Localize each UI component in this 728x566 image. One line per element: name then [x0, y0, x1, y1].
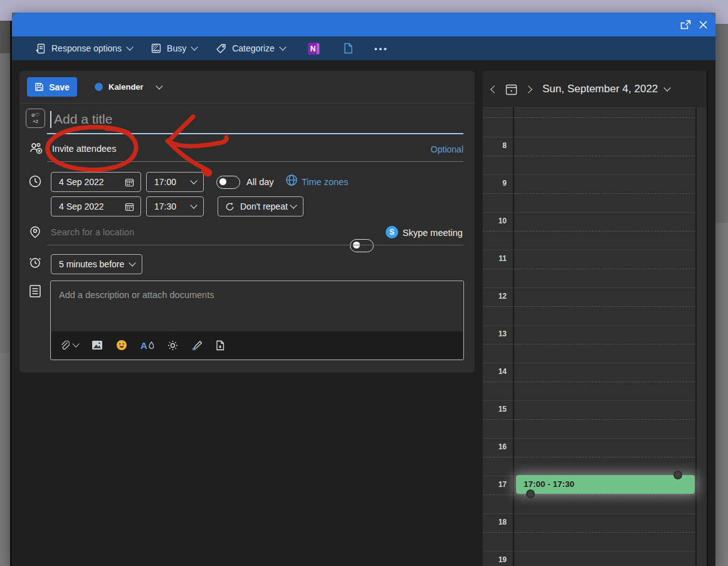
start-time-field[interactable]: 17:00: [146, 172, 204, 192]
hour-row-11[interactable]: 11: [483, 250, 697, 287]
start-date-field[interactable]: 4 Sep 2022: [51, 172, 141, 192]
chevron-down-icon: [290, 201, 297, 208]
date-picker-title[interactable]: Sun, September 4, 2022: [542, 83, 670, 95]
hour-label: 19: [483, 555, 507, 564]
brightness-button[interactable]: [167, 340, 178, 351]
poll-document-button[interactable]: [344, 43, 353, 54]
toggle-knob: [219, 178, 226, 185]
chevron-down-icon: [191, 43, 198, 50]
go-to-date-icon[interactable]: [505, 83, 518, 96]
font-color-button[interactable]: A: [140, 340, 154, 351]
half-hour-line: [483, 231, 697, 232]
datepicker-icon[interactable]: [125, 178, 134, 187]
paperclip-icon: [60, 339, 70, 351]
end-date-field[interactable]: 4 Sep 2022: [51, 196, 141, 216]
sun-icon: [167, 340, 178, 351]
event-time-label: 17:00 - 17:30: [516, 475, 695, 494]
day-view-panel: Sun, September 4, 2022 8 9 10 11 12 13 1…: [483, 71, 715, 566]
next-day-icon[interactable]: [524, 85, 532, 93]
hour-label: 8: [483, 141, 507, 150]
event-resize-handle-bottom[interactable]: [526, 489, 535, 498]
divider: [19, 103, 475, 104]
response-options-label: Response options: [51, 43, 122, 53]
hour-label: 15: [483, 405, 507, 414]
emoji-button[interactable]: [116, 339, 127, 351]
pen-button[interactable]: [191, 340, 203, 350]
hour-label: 10: [483, 216, 507, 225]
charm-glyphs: ⊘♡: [26, 113, 45, 118]
calendar-picker[interactable]: Kalender: [95, 77, 162, 97]
pen-icon: [191, 340, 203, 350]
hour-row-10[interactable]: 10: [483, 212, 697, 250]
categorize-label: Categorize: [232, 43, 275, 53]
background-right: [715, 24, 728, 566]
end-time-field[interactable]: 17:30: [146, 196, 204, 216]
hour-label: 11: [483, 254, 507, 263]
hour-row-14[interactable]: 14: [483, 363, 697, 400]
time-zones-link[interactable]: Time zones: [302, 177, 348, 187]
more-options-button[interactable]: •••: [374, 44, 389, 53]
half-hour-line: [483, 457, 697, 457]
charm-glyphs: +2: [26, 119, 45, 124]
repeat-field[interactable]: Don't repeat: [218, 196, 303, 216]
invite-attendees-input[interactable]: [52, 140, 315, 158]
all-day-toggle[interactable]: [216, 176, 240, 189]
event-resize-handle-top[interactable]: [673, 471, 682, 479]
background-top: [0, 0, 728, 13]
attach-file-button[interactable]: [60, 339, 78, 351]
text-caret: [50, 111, 51, 128]
busy-status-menu[interactable]: Busy: [151, 43, 197, 53]
description-input[interactable]: [59, 287, 435, 302]
day-grid[interactable]: 8 9 10 11 12 13 14 15 16 17 18 19: [483, 107, 697, 566]
hour-label: 12: [483, 292, 507, 301]
description-box: A: [50, 280, 464, 360]
half-hour-line: [483, 344, 697, 344]
busy-icon: [151, 43, 161, 53]
background-right-top: [715, 13, 728, 24]
hour-label: 16: [483, 442, 507, 451]
hour-row-8[interactable]: 8: [483, 137, 697, 174]
hour-row-13[interactable]: 13: [483, 325, 697, 363]
onenote-button[interactable]: N: [308, 43, 320, 55]
hour-row-18[interactable]: 18: [483, 513, 697, 551]
insert-document-button[interactable]: [216, 340, 225, 351]
hour-row-16[interactable]: 16: [483, 438, 697, 476]
title-input[interactable]: [54, 109, 405, 129]
divider: [47, 245, 463, 245]
categorize-menu[interactable]: Categorize: [216, 43, 285, 54]
chevron-down-icon: [279, 43, 286, 50]
hour-row-19[interactable]: 19: [483, 551, 697, 566]
previous-day-icon[interactable]: [490, 85, 499, 93]
half-hour-line: [483, 193, 697, 194]
document-icon: [344, 43, 353, 54]
skype-meeting-toggle[interactable]: [350, 239, 374, 252]
half-hour-line: [483, 419, 697, 420]
editor-toolbar: A: [51, 331, 463, 359]
save-button[interactable]: Save: [27, 77, 77, 97]
location-input[interactable]: [51, 224, 289, 240]
end-date-value: 4 Sep 2022: [51, 201, 125, 211]
hour-row-12[interactable]: 12: [483, 287, 697, 325]
hour-row-9[interactable]: 9: [483, 174, 697, 212]
half-hour-line: [483, 382, 697, 382]
background-left-top: [0, 13, 12, 21]
repeat-icon: [225, 202, 235, 211]
hour-label: 17: [483, 480, 507, 489]
calendar-event-block[interactable]: 17:00 - 17:30: [516, 475, 695, 494]
location-pin-icon: [28, 225, 42, 239]
datepicker-icon[interactable]: [125, 202, 134, 211]
half-hour-line: [483, 532, 697, 533]
chevron-down-icon: [190, 201, 197, 208]
popout-icon[interactable]: [679, 18, 692, 31]
event-compose-dialog: Response options Busy Categorize N: [12, 13, 715, 566]
insert-image-button[interactable]: [92, 340, 103, 350]
hour-row-15[interactable]: 15: [483, 400, 697, 438]
image-icon: [92, 340, 103, 350]
response-options-menu[interactable]: Response options: [35, 43, 132, 54]
chevron-down-icon: [72, 340, 79, 347]
font-color-letter: A: [140, 340, 147, 351]
reminder-field[interactable]: 5 minutes before: [51, 254, 142, 274]
close-icon[interactable]: [697, 18, 709, 31]
event-charm-button[interactable]: ⊘♡ +2: [26, 109, 45, 128]
start-time-value: 17:00: [147, 177, 191, 187]
